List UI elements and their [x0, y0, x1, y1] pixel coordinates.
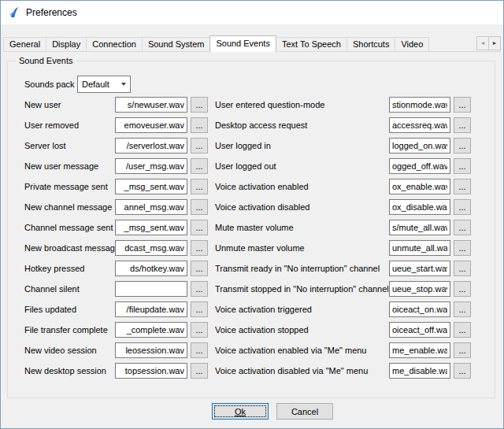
- sound-event-row: Voice activation enabled via "Me" menu..…: [215, 340, 471, 361]
- ok-button[interactable]: Ok: [212, 403, 269, 420]
- sound-event-label: Voice activation stopped: [215, 325, 389, 335]
- browse-button[interactable]: ...: [191, 179, 208, 194]
- browse-button[interactable]: ...: [191, 342, 208, 358]
- sound-file-input[interactable]: [389, 97, 450, 113]
- sound-event-row: Mute master volume...: [215, 217, 471, 238]
- sound-event-row: Channel silent...: [24, 279, 208, 299]
- sound-file-input[interactable]: [389, 281, 450, 297]
- browse-button[interactable]: ...: [454, 199, 471, 215]
- sound-event-label: Transmit stopped in "No interruption" ch…: [215, 284, 389, 294]
- browse-button[interactable]: ...: [454, 342, 471, 358]
- browse-button[interactable]: ...: [454, 220, 471, 235]
- browse-button[interactable]: ...: [454, 301, 471, 317]
- browse-button[interactable]: ...: [191, 138, 208, 153]
- browse-button[interactable]: ...: [454, 363, 471, 379]
- tab-connection[interactable]: Connection: [86, 37, 143, 51]
- sound-event-row: Hotkey pressed...: [24, 258, 208, 279]
- browse-button[interactable]: ...: [191, 158, 208, 174]
- tab-general[interactable]: General: [3, 37, 46, 51]
- sound-event-label: Desktop access request: [215, 120, 389, 130]
- arrow-left-icon: ◄: [480, 40, 486, 46]
- browse-button[interactable]: ...: [191, 240, 208, 256]
- sound-file-input[interactable]: [115, 138, 187, 153]
- chevron-down-icon: [121, 83, 126, 86]
- browse-button[interactable]: ...: [454, 138, 471, 153]
- tab-display[interactable]: Display: [46, 37, 87, 51]
- sound-event-label: New desktop session: [24, 366, 115, 375]
- sound-file-input[interactable]: [115, 220, 187, 235]
- sound-file-input[interactable]: [115, 97, 187, 113]
- tab-text-to-speech[interactable]: Text To Speech: [276, 37, 347, 51]
- sound-event-label: Private message sent: [24, 182, 115, 191]
- sound-file-input[interactable]: [115, 342, 187, 358]
- sound-file-input[interactable]: [115, 301, 187, 317]
- sound-event-row: New channel message...: [24, 197, 208, 217]
- sound-file-input[interactable]: [389, 240, 450, 256]
- sound-file-input[interactable]: [389, 220, 450, 235]
- sounds-pack-select[interactable]: Default: [77, 76, 131, 93]
- sound-event-row: Channel message sent...: [24, 217, 208, 238]
- sound-event-row: New desktop session...: [24, 361, 208, 381]
- browse-button[interactable]: ...: [191, 363, 208, 379]
- tab-video[interactable]: Video: [395, 37, 429, 51]
- sound-event-label: Channel silent: [24, 284, 115, 294]
- sound-event-label: Server lost: [24, 141, 115, 150]
- sound-file-input[interactable]: [115, 240, 187, 256]
- sound-event-row: User logged in...: [215, 135, 471, 156]
- sound-event-row: New broadcast message...: [24, 238, 208, 258]
- sound-file-input[interactable]: [389, 199, 450, 215]
- tab-scroll-left-button[interactable]: ◄: [476, 36, 489, 50]
- sound-file-input[interactable]: [389, 322, 450, 338]
- sound-file-input[interactable]: [389, 179, 450, 194]
- sound-file-input[interactable]: [115, 179, 187, 194]
- sound-file-input[interactable]: [389, 261, 450, 276]
- sound-file-input[interactable]: [389, 138, 450, 153]
- browse-button[interactable]: ...: [454, 281, 471, 297]
- sound-event-label: Voice activation disabled via "Me" menu: [215, 366, 389, 375]
- tab-shortcuts[interactable]: Shortcuts: [346, 37, 395, 51]
- sound-file-input[interactable]: [389, 158, 450, 174]
- browse-button[interactable]: ...: [454, 97, 471, 113]
- browse-button[interactable]: ...: [454, 322, 471, 338]
- browse-button[interactable]: ...: [191, 322, 208, 338]
- sound-event-label: New channel message: [24, 202, 115, 212]
- groupbox-title: Sound Events: [16, 56, 76, 65]
- browse-button[interactable]: ...: [191, 117, 208, 133]
- sound-file-input[interactable]: [115, 199, 187, 215]
- sound-file-input[interactable]: [389, 117, 450, 133]
- sound-event-label: Channel message sent: [24, 223, 115, 232]
- tab-sound-events[interactable]: Sound Events: [209, 35, 276, 52]
- sound-event-label: Unmute master volume: [215, 243, 389, 253]
- sound-event-row: User entered question-mode...: [215, 94, 471, 115]
- sound-file-input[interactable]: [389, 301, 450, 317]
- browse-button[interactable]: ...: [191, 281, 208, 297]
- sound-file-input[interactable]: [115, 363, 187, 379]
- sound-file-input[interactable]: [115, 117, 187, 133]
- browse-button[interactable]: ...: [191, 97, 208, 113]
- browse-button[interactable]: ...: [454, 117, 471, 133]
- sound-event-row: Unmute master volume...: [215, 238, 471, 258]
- browse-button[interactable]: ...: [191, 301, 208, 317]
- sound-event-label: Voice activation enabled: [215, 182, 389, 191]
- sound-file-input[interactable]: [115, 281, 187, 297]
- sound-event-label: New broadcast message: [24, 243, 115, 253]
- sound-file-input[interactable]: [115, 322, 187, 338]
- sound-file-input[interactable]: [389, 363, 450, 379]
- browse-button[interactable]: ...: [191, 199, 208, 215]
- sound-file-input[interactable]: [115, 158, 187, 174]
- tab-scroll-right-button[interactable]: ►: [488, 36, 501, 50]
- browse-button[interactable]: ...: [454, 261, 471, 276]
- app-icon: [8, 6, 20, 19]
- browse-button[interactable]: ...: [454, 240, 471, 256]
- browse-button[interactable]: ...: [454, 158, 471, 174]
- browse-button[interactable]: ...: [191, 261, 208, 276]
- browse-button[interactable]: ...: [454, 179, 471, 194]
- sound-event-row: New video session...: [24, 340, 208, 361]
- sound-event-label: User logged in: [215, 141, 389, 150]
- browse-button[interactable]: ...: [191, 220, 208, 235]
- sound-file-input[interactable]: [389, 342, 450, 358]
- sound-event-label: Voice activation triggered: [215, 305, 389, 314]
- tab-sound-system[interactable]: Sound System: [142, 37, 211, 51]
- cancel-button[interactable]: Cancel: [276, 403, 333, 420]
- sound-file-input[interactable]: [115, 261, 187, 276]
